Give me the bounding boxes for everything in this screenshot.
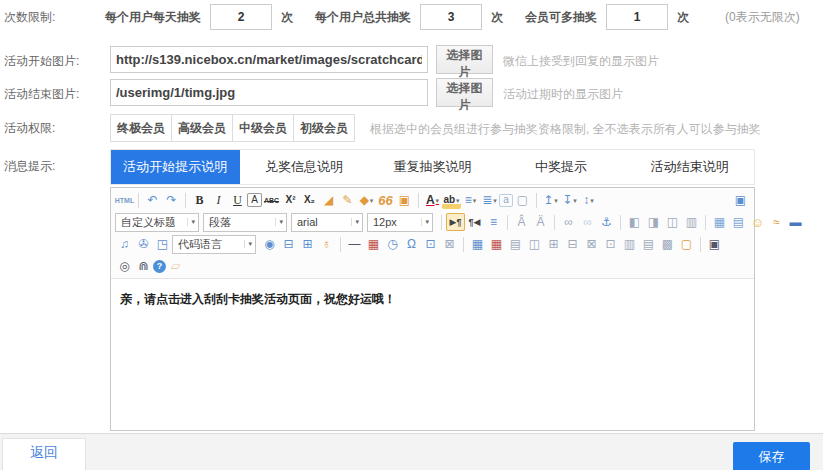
music-icon[interactable]: ♫	[115, 235, 134, 253]
anchor-icon[interactable]: a	[499, 194, 513, 207]
paragraph-select[interactable]: 段落▾	[203, 213, 287, 232]
insert-code-icon[interactable]: ◳	[153, 235, 172, 253]
image-center-icon[interactable]: ◫	[663, 213, 682, 231]
screenshot-icon[interactable]: ♁	[317, 235, 336, 253]
vertical-align-bottom-icon[interactable]: ↧▾	[560, 191, 579, 209]
scrawl-icon[interactable]: ≈	[767, 213, 786, 231]
total-draw-input[interactable]	[420, 4, 482, 30]
end-image-input[interactable]	[110, 79, 428, 106]
table-props-icon[interactable]: ▩	[658, 235, 677, 253]
insert-date-icon[interactable]: ▦	[364, 235, 383, 253]
attachment-icon[interactable]: ✇	[134, 235, 153, 253]
emotion-icon[interactable]: ☺	[748, 213, 767, 231]
highlight-color-icon[interactable]: ab▾	[442, 191, 461, 209]
bold-icon[interactable]: B	[190, 191, 209, 209]
blockquote-icon[interactable]: 66	[376, 191, 395, 209]
insert-video-icon[interactable]: ▬	[786, 213, 805, 231]
fullscreen-icon[interactable]: ▣	[731, 191, 750, 209]
editor-toolbar: HTML↶↷BIUAABCX²X₂◢✎◆▾66▣A▾ab▾≡▾≣▾a▢↥▾↧▾↕…	[111, 188, 754, 279]
editor-content[interactable]: 亲，请点击进入刮刮卡抽奖活动页面，祝您好运哦！	[111, 279, 754, 430]
redo-icon[interactable]: ↷	[162, 191, 181, 209]
font-size-select[interactable]: 12px▾	[367, 213, 433, 232]
image-float-right-icon[interactable]: ◨	[644, 213, 663, 231]
insert-col-icon[interactable]: ⊟	[563, 235, 582, 253]
save-button[interactable]: 保存	[733, 442, 810, 470]
paste-as-text-icon[interactable]: ▣	[395, 191, 414, 209]
member-option-senior[interactable]: 高级会员	[171, 114, 233, 142]
search-replace-icon[interactable]: ⋒	[134, 257, 153, 275]
line-height-icon[interactable]: ↕▾	[579, 191, 598, 209]
italic-icon[interactable]: I	[209, 191, 228, 209]
vertical-align-top-icon[interactable]: ↥▾	[541, 191, 560, 209]
spellcheck-icon[interactable]: ⊠	[440, 235, 459, 253]
format-painter-icon[interactable]: ✎	[338, 191, 357, 209]
custom-title-select[interactable]: 自定义标题▾	[115, 213, 199, 232]
superscript-icon[interactable]: X²	[281, 191, 300, 209]
underline-icon[interactable]: U	[228, 191, 247, 209]
eraser-icon[interactable]: ◢	[319, 191, 338, 209]
ltr-paragraph-icon[interactable]: ▶¶	[446, 213, 465, 231]
template-icon[interactable]: ⊞	[298, 235, 317, 253]
start-image-input[interactable]	[110, 46, 428, 73]
tab-win-tip[interactable]: 中奖提示	[497, 150, 626, 184]
ordered-list-icon[interactable]: ≡▾	[461, 191, 480, 209]
special-char-icon[interactable]: Ω	[402, 235, 421, 253]
link-icon[interactable]: ∞	[559, 213, 578, 231]
image-inline-icon[interactable]: ▥	[682, 213, 701, 231]
strikethrough-icon[interactable]: ABC	[262, 191, 281, 209]
lowercase-icon[interactable]: Ä	[531, 213, 550, 231]
new-doc-icon[interactable]: ▢	[677, 235, 696, 253]
start-image-pick-button[interactable]: 选择图片	[436, 45, 493, 74]
unordered-list-icon[interactable]: ≣▾	[480, 191, 499, 209]
tab-activity-end[interactable]: 活动结束说明	[625, 150, 754, 184]
print-icon[interactable]: ▣	[705, 235, 724, 253]
end-image-hint: 活动过期时的显示图片	[503, 86, 623, 103]
back-button[interactable]: 返回	[2, 438, 86, 470]
paint-color-icon[interactable]: ◆▾	[357, 191, 376, 209]
tab-repeat-draw[interactable]: 重复抽奖说明	[368, 150, 497, 184]
font-color-icon[interactable]: A▾	[423, 191, 442, 209]
delete-table-icon[interactable]: ▦	[487, 235, 506, 253]
map-icon[interactable]: ◉	[260, 235, 279, 253]
delete-col-icon[interactable]: ⊡	[601, 235, 620, 253]
daily-draw-input[interactable]	[210, 4, 272, 30]
image-manager-icon[interactable]: ▤	[729, 213, 748, 231]
html-source-icon[interactable]: HTML	[115, 191, 134, 209]
code-language-select[interactable]: 代码语言▾	[172, 235, 256, 254]
uppercase-icon[interactable]: Â	[512, 213, 531, 231]
message-label: 消息提示:	[4, 158, 55, 175]
tab-redeem-info[interactable]: 兑奖信息说明	[240, 150, 369, 184]
member-option-middle[interactable]: 中级会员	[232, 114, 294, 142]
tab-activity-start-tip[interactable]: 活动开始提示说明	[111, 150, 240, 184]
delete-row-icon[interactable]: ⊠	[582, 235, 601, 253]
member-option-ultimate[interactable]: 终极会员	[110, 114, 172, 142]
end-image-pick-button[interactable]: 选择图片	[436, 78, 493, 107]
form-icon[interactable]: ⊡	[421, 235, 440, 253]
anchor-blue-icon[interactable]: ⚓	[597, 213, 616, 231]
border-text-icon[interactable]: A	[247, 193, 262, 207]
preview-icon[interactable]: ◎	[115, 257, 134, 275]
daily-draw-unit: 次	[281, 9, 293, 26]
split-cell-row-icon[interactable]: ▥	[620, 235, 639, 253]
insert-row-icon[interactable]: ⊞	[544, 235, 563, 253]
indent-icon[interactable]: ≡	[484, 213, 503, 231]
split-cell-col-icon[interactable]: ▤	[639, 235, 658, 253]
undo-icon[interactable]: ↶	[143, 191, 162, 209]
help-icon[interactable]: ?	[153, 260, 166, 273]
font-family-select[interactable]: arial▾	[291, 213, 363, 232]
horizontal-rule-icon[interactable]: —	[345, 235, 364, 253]
insert-table-icon[interactable]: ▦	[468, 235, 487, 253]
table-title-icon[interactable]: ▤	[506, 235, 525, 253]
rtl-paragraph-icon[interactable]: ¶◀	[465, 213, 484, 231]
image-float-left-icon[interactable]: ◧	[625, 213, 644, 231]
insert-time-icon[interactable]: ◷	[383, 235, 402, 253]
page-break-icon[interactable]: ⊟	[279, 235, 298, 253]
insert-image-icon[interactable]: ▦	[710, 213, 729, 231]
unlink-icon[interactable]: ∞	[578, 213, 597, 231]
paste-icon[interactable]: ▱	[166, 257, 185, 275]
member-option-junior[interactable]: 初级会员	[293, 114, 355, 142]
clear-format-icon[interactable]: ▢	[513, 191, 532, 209]
member-extra-draw-input[interactable]	[606, 4, 668, 30]
merge-cells-icon[interactable]: ◫	[525, 235, 544, 253]
subscript-icon[interactable]: X₂	[300, 191, 319, 209]
